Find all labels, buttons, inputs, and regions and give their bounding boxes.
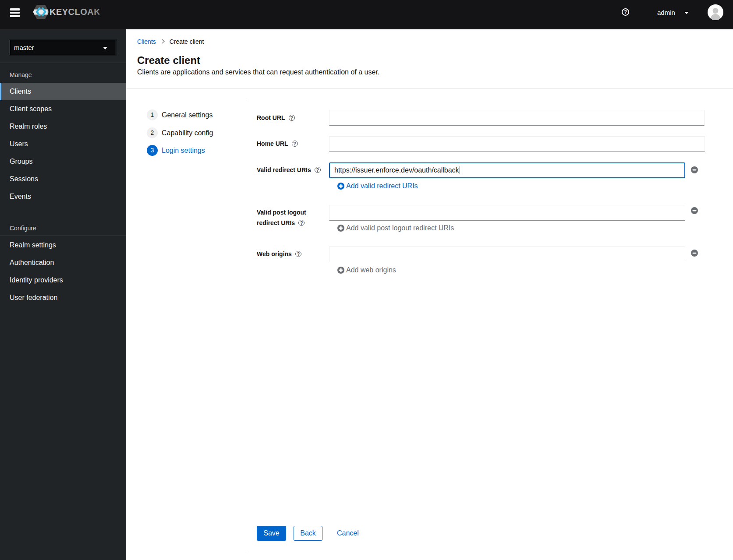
svg-text:KEYCLOAK: KEYCLOAK: [50, 7, 99, 17]
